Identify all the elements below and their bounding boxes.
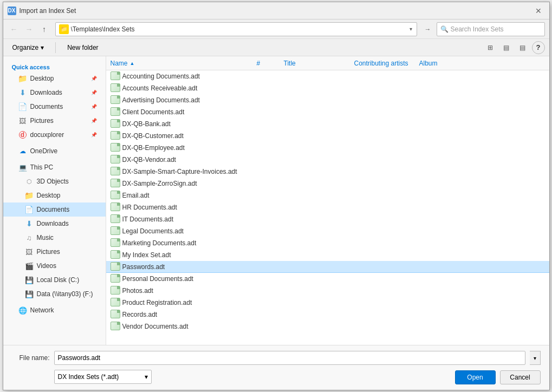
file-row[interactable]: DX-QB-Vendor.adt	[106, 154, 549, 166]
adt-file-icon	[111, 226, 120, 235]
file-icon	[111, 107, 120, 117]
file-row[interactable]: Passwords.adt	[106, 261, 549, 273]
file-row[interactable]: DX-Sample-Smart-Capture-Invoices.adt	[106, 166, 549, 178]
sidebar-item-desktop-pc[interactable]: 📁 Desktop	[3, 188, 106, 202]
cancel-button[interactable]: Cancel	[500, 370, 541, 384]
file-row[interactable]: IT Documents.adt	[106, 213, 549, 225]
onedrive-icon: ☁	[18, 147, 27, 155]
sidebar-item-pictures-qa[interactable]: 🖼 Pictures 📌	[3, 114, 106, 128]
sidebar-item-documents-qa[interactable]: 📄 Documents 📌	[3, 100, 106, 114]
album-header-text: Album	[419, 60, 438, 67]
contributing-header-text: Contributing artists	[354, 60, 408, 67]
file-row[interactable]: Vendor Documents.adt	[106, 321, 549, 332]
up-button[interactable]: ↑	[38, 23, 51, 36]
back-button[interactable]: ←	[8, 23, 21, 36]
new-folder-button[interactable]: New folder	[62, 41, 103, 54]
sidebar-item-data-drive[interactable]: 💾 Data (\\itany03) (F:)	[3, 287, 106, 301]
sidebar-item-documents-pc[interactable]: 📄 Documents	[3, 202, 106, 217]
help-button[interactable]: ?	[532, 41, 545, 54]
network-icon: 🌐	[18, 306, 27, 315]
sidebar-item-downloads-pc[interactable]: ⬇ Downloads	[3, 217, 106, 231]
address-bar[interactable]: 📁 \Templates\Index Sets ▾	[55, 22, 417, 36]
quick-access-section: Quick access 📁 Desktop 📌 ⬇ Downloads	[3, 61, 106, 142]
file-row[interactable]: Personal Documents.adt	[106, 273, 549, 285]
file-row[interactable]: DX-QB-Employee.adt	[106, 142, 549, 154]
pin-icon-4: 📌	[91, 118, 97, 123]
title-header-text: Title	[284, 60, 296, 67]
file-row[interactable]: Client Documents.adt	[106, 106, 549, 118]
file-name: Vendor Documents.adt	[122, 323, 545, 330]
file-row[interactable]: Records.adt	[106, 309, 549, 321]
file-row[interactable]: Accounts Receiveable.adt	[106, 82, 549, 94]
column-headers: Name ▲ # Title Contributing artists Albu…	[106, 56, 549, 70]
view-expand-button[interactable]: ▤	[516, 41, 530, 54]
organize-button[interactable]: Organize ▾	[8, 41, 49, 54]
file-row[interactable]: DX-Sample-ZorroSign.adt	[106, 178, 549, 190]
file-row[interactable]: Email.adt	[106, 190, 549, 201]
forward-button[interactable]: →	[23, 23, 36, 36]
adt-file-icon	[111, 250, 120, 259]
file-icon	[111, 226, 120, 236]
col-name-header[interactable]: Name ▲	[111, 60, 257, 67]
address-text: \Templates\Index Sets	[71, 25, 408, 33]
file-name: Passwords.adt	[122, 263, 545, 271]
file-row[interactable]: Photos.adt	[106, 285, 549, 297]
search-bar[interactable]: 🔍 Search Index Sets	[437, 22, 545, 36]
sidebar-item-onedrive[interactable]: ☁ OneDrive	[3, 144, 106, 158]
col-contributing-header[interactable]: Contributing artists	[354, 60, 419, 67]
file-row[interactable]: HR Documents.adt	[106, 201, 549, 213]
adt-file-icon	[111, 310, 120, 318]
col-hash-header[interactable]: #	[257, 60, 284, 67]
filename-dropdown[interactable]: ▾	[530, 351, 541, 365]
filename-input[interactable]	[54, 351, 525, 365]
view-list-button[interactable]: ▤	[499, 41, 514, 54]
adt-file-icon	[111, 95, 120, 104]
quick-access-heading: Quick access	[3, 61, 106, 71]
file-name: Advertising Documents.adt	[122, 96, 545, 104]
view-grid-button[interactable]: ⊞	[483, 41, 497, 54]
file-name: Records.adt	[122, 311, 545, 318]
file-icon	[111, 119, 120, 129]
sidebar-item-downloads-qa[interactable]: ⬇ Downloads 📌	[3, 86, 106, 100]
file-row[interactable]: Marketing Documents.adt	[106, 237, 549, 249]
file-row[interactable]: Product Registration.adt	[106, 297, 549, 309]
file-icon	[111, 202, 120, 212]
file-row[interactable]: Advertising Documents.adt	[106, 94, 549, 106]
file-icon	[111, 286, 120, 296]
file-name: Accounts Receiveable.adt	[122, 84, 545, 92]
name-header-text: Name	[111, 60, 128, 67]
sidebar-item-videos[interactable]: 🎬 Videos	[3, 259, 106, 273]
file-row[interactable]: DX-QB-Customer.adt	[106, 130, 549, 142]
sidebar-item-network[interactable]: 🌐 Network	[3, 303, 106, 317]
file-row[interactable]: Legal Documents.adt	[106, 225, 549, 237]
col-album-header[interactable]: Album	[419, 60, 473, 67]
dialog-title: Import an Index Set	[20, 7, 76, 15]
adt-file-icon	[111, 131, 120, 140]
filetype-select[interactable]: DX Index Sets (*.adt) ▾	[54, 370, 152, 384]
file-name: Product Registration.adt	[122, 299, 545, 306]
sidebar-item-pictures[interactable]: 🖼 Pictures	[3, 245, 106, 259]
nav-go-button[interactable]: →	[421, 23, 434, 36]
filename-label: File name:	[12, 354, 50, 362]
this-pc-icon: 💻	[18, 163, 27, 172]
address-dropdown-arrow[interactable]: ▾	[408, 26, 413, 32]
sidebar-item-this-pc[interactable]: 💻 This PC	[3, 160, 106, 174]
col-title-header[interactable]: Title	[284, 60, 354, 67]
sidebar-item-docuxplorer[interactable]: d docuxplorer 📌	[3, 128, 106, 142]
file-row[interactable]: My Index Set.adt	[106, 249, 549, 261]
sidebar-item-3d-objects[interactable]: ⬡ 3D Objects	[3, 174, 106, 188]
close-button[interactable]: ✕	[532, 4, 545, 17]
sidebar-item-local-disk[interactable]: 💾 Local Disk (C:)	[3, 273, 106, 287]
file-row[interactable]: DX-QB-Bank.adt	[106, 118, 549, 130]
sidebar-item-desktop-qa[interactable]: 📁 Desktop 📌	[3, 71, 106, 86]
sidebar-item-music[interactable]: ♫ Music	[3, 231, 106, 245]
file-row[interactable]: Accounting Documents.adt	[106, 70, 549, 82]
file-icon	[111, 214, 120, 224]
open-button[interactable]: Open	[455, 370, 496, 384]
file-icon	[111, 131, 120, 141]
pictures-qa-icon: 🖼	[18, 116, 27, 125]
this-pc-label: This PC	[30, 164, 97, 171]
documents-qa-icon: 📄	[18, 102, 27, 111]
pictures-label: Pictures	[37, 248, 97, 256]
downloads-qa-label: Downloads	[30, 89, 88, 96]
